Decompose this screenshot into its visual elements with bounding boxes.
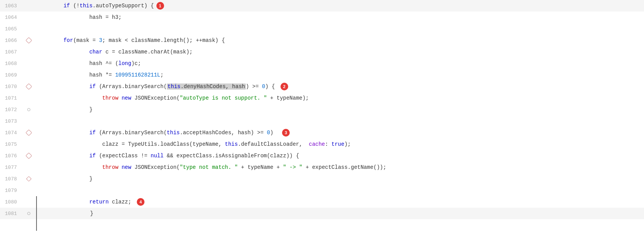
- line-number-1077: 1077: [0, 165, 23, 170]
- line-number-1069: 1069: [0, 72, 23, 78]
- line-number-1068: 1068: [0, 61, 23, 67]
- gutter-dot-1072: [27, 108, 30, 111]
- gutter-diamond-1074: [26, 130, 32, 136]
- line-number-1070: 1070: [0, 84, 23, 90]
- line-number-1076: 1076: [0, 153, 23, 159]
- line-number-1064: 1064: [0, 15, 23, 20]
- gutter-small-diamond-1078: [26, 176, 32, 182]
- gutter-1076: [23, 153, 35, 158]
- line-number-1063: 1063: [0, 3, 23, 9]
- line-number-1079: 1079: [0, 188, 23, 193]
- gutter-1070: [23, 84, 35, 89]
- gutter-diamond-1070: [26, 83, 32, 90]
- gutter-diamond-1076: [26, 153, 32, 159]
- line-number-1075: 1075: [0, 142, 23, 147]
- line-number-1073: 1073: [0, 118, 23, 124]
- gutter-dot-1081: [27, 212, 30, 215]
- gutter-1078: [23, 177, 35, 181]
- gutter-diamond-1066: [26, 37, 32, 44]
- line-number-1067: 1067: [0, 49, 23, 55]
- line-number-1072: 1072: [0, 107, 23, 113]
- gutter-1081: [23, 212, 35, 215]
- line-number-1066: 1066: [0, 38, 23, 43]
- line-number-1080: 1080: [0, 199, 23, 205]
- gutter-1072: [23, 108, 35, 111]
- code-row-1072: 1072 }: [0, 104, 644, 115]
- gutter-1066: [23, 38, 35, 43]
- gutter-1074: [23, 130, 35, 135]
- line-number-1081: 1081: [0, 211, 23, 217]
- code-row-1078: 1078 }: [0, 173, 644, 185]
- code-viewer: 1063 if (!this.autoTypeSupport) {1 1064 …: [0, 0, 644, 235]
- code-line-1081: }: [36, 196, 644, 231]
- code-row-1081: 1081 }: [0, 208, 644, 219]
- line-number-1071: 1071: [0, 95, 23, 101]
- code-row-1064: 1064 hash = h3;: [0, 12, 644, 23]
- line-number-1078: 1078: [0, 176, 23, 182]
- line-number-1074: 1074: [0, 130, 23, 136]
- code-area: 1063 if (!this.autoTypeSupport) {1 1064 …: [0, 0, 644, 235]
- line-number-1065: 1065: [0, 26, 23, 32]
